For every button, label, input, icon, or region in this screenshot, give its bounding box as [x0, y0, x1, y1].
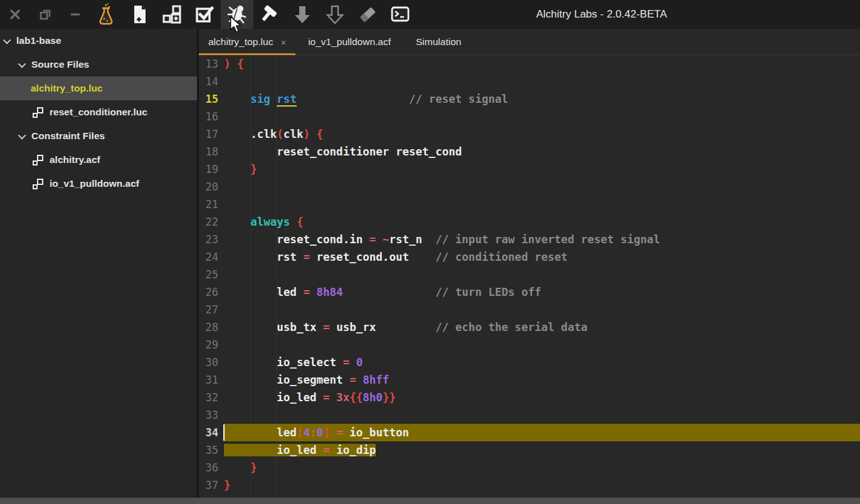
code-line-text[interactable]: usb_tx = usb_rx // echo the serial data [224, 318, 860, 336]
sidebar-item-source-files[interactable]: Source Files [0, 53, 197, 76]
text-caret [223, 424, 225, 441]
code-line[interactable]: 34 led[4:0] = io_button [199, 424, 860, 441]
code-line-text[interactable]: ) { [224, 55, 860, 73]
line-number: 31 [199, 371, 224, 389]
code-line-text[interactable]: led[4:0] = io_button [224, 424, 860, 441]
sidebar-item-label: Source Files [31, 59, 89, 70]
code-line-text[interactable]: io_led = 3x{{8h0}} [224, 389, 860, 406]
check-project-button[interactable] [188, 0, 221, 29]
code-line-text[interactable] [224, 301, 860, 318]
code-line-text[interactable] [224, 266, 860, 283]
line-number: 14 [199, 73, 224, 90]
code-line[interactable]: 13) { [199, 55, 860, 73]
component-file-icon [33, 179, 43, 189]
code-line[interactable]: 26 led = 8h84 // turn LEDs off [199, 283, 860, 301]
window-title: Alchitry Labs - 2.0.42-BETA [536, 0, 667, 29]
line-number: 17 [199, 125, 224, 143]
code-line-text[interactable]: rst = reset_cond.out // conditioned rese… [224, 248, 860, 266]
code-line-text[interactable]: io_select = 0 [224, 354, 860, 371]
mouse-cursor [230, 16, 242, 33]
chevron-down-icon[interactable] [18, 131, 26, 139]
line-number: 25 [199, 266, 224, 283]
new-file-button[interactable] [123, 0, 156, 29]
new-component-button[interactable] [156, 0, 188, 29]
code-line[interactable]: 16 [199, 108, 860, 125]
line-number: 32 [199, 389, 224, 406]
sidebar-item-alchitry-top-luc[interactable]: alchitry_top.luc [0, 76, 197, 100]
code-line[interactable]: 35 io_led = io_dip [199, 441, 860, 459]
erase-button[interactable] [351, 0, 384, 29]
code-line-text[interactable]: reset_conditioner reset_cond [224, 143, 860, 160]
line-number: 28 [199, 318, 224, 336]
line-number: 19 [199, 160, 224, 178]
code-line[interactable]: 31 io_segment = 8hff [199, 371, 860, 389]
program-ram-button[interactable] [319, 0, 351, 29]
code-line[interactable]: 23 reset_cond.in = ~rst_n // input raw i… [199, 231, 860, 248]
file-tree: lab1-baseSource Filesalchitry_top.lucres… [0, 29, 197, 498]
minimize-window-button[interactable] [60, 0, 90, 29]
code-line-text[interactable]: .clk(clk) { [224, 125, 860, 143]
code-editor[interactable]: 13) {1415 sig rst // reset signal1617 .c… [199, 55, 860, 498]
code-line-text[interactable] [224, 108, 860, 125]
program-flash-button[interactable] [286, 0, 319, 29]
eraser-icon [356, 3, 379, 26]
code-line-text[interactable] [224, 336, 860, 354]
code-line-text[interactable] [224, 178, 860, 196]
code-line-text[interactable]: } [224, 459, 860, 476]
code-line-text[interactable]: sig rst // reset signal [224, 90, 860, 108]
tab-io-v1-pulldown-acf[interactable]: io_v1_pulldown.acf [295, 29, 403, 55]
build-button[interactable] [253, 0, 286, 29]
code-line[interactable]: 25 [199, 266, 860, 283]
code-line[interactable]: 21 [199, 196, 860, 213]
code-line[interactable]: 20 [199, 178, 860, 196]
code-line[interactable]: 14 [199, 73, 860, 90]
line-number: 24 [199, 248, 224, 266]
code-line-text[interactable]: } [224, 160, 860, 178]
code-line[interactable]: 18 reset_conditioner reset_cond [199, 143, 860, 160]
component-file-icon [33, 107, 43, 118]
tab-simulation[interactable]: Simulation [403, 29, 474, 55]
code-line[interactable]: 24 rst = reset_cond.out // conditioned r… [199, 248, 860, 266]
code-line[interactable]: 28 usb_tx = usb_rx // echo the serial da… [199, 318, 860, 336]
tab-alchitry-top-luc[interactable]: alchitry_top.luc× [199, 29, 295, 55]
code-line[interactable]: 30 io_select = 0 [199, 354, 860, 371]
sidebar-item-io-v1-pulldown-acf[interactable]: io_v1_pulldown.acf [0, 172, 197, 196]
code-line-text[interactable]: led = 8h84 // turn LEDs off [224, 283, 860, 301]
code-line-text[interactable]: io_led = io_dip [224, 441, 860, 459]
close-window-button[interactable] [0, 0, 30, 29]
chevron-down-icon[interactable] [18, 60, 26, 68]
line-number: 18 [199, 143, 224, 160]
code-line[interactable]: 33 [199, 406, 860, 424]
title-bar: Alchitry Labs - 2.0.42-BETA [0, 0, 860, 29]
code-line[interactable]: 22 always { [199, 213, 860, 231]
code-line-text[interactable]: always { [224, 213, 860, 231]
chevron-down-icon[interactable] [3, 36, 11, 44]
code-line-text[interactable] [224, 196, 860, 213]
alchitry-home-button[interactable] [90, 0, 123, 29]
sidebar-item-label: io_v1_pulldown.acf [50, 178, 139, 189]
line-number: 20 [199, 178, 224, 196]
code-line[interactable]: 36 } [199, 459, 860, 476]
code-line[interactable]: 19 } [199, 160, 860, 178]
line-number: 16 [199, 108, 224, 125]
code-line-text[interactable]: io_segment = 8hff [224, 371, 860, 389]
restore-window-button[interactable] [30, 0, 60, 29]
code-line[interactable]: 32 io_led = 3x{{8h0}} [199, 389, 860, 406]
terminal-button[interactable] [384, 0, 417, 29]
code-line-text[interactable]: } [224, 476, 860, 494]
code-line[interactable]: 27 [199, 301, 860, 318]
code-line[interactable]: 15 sig rst // reset signal [199, 90, 860, 108]
code-line[interactable]: 29 [199, 336, 860, 354]
code-line-text[interactable] [224, 73, 860, 90]
editor-pane: alchitry_top.luc×io_v1_pulldown.acfSimul… [199, 29, 860, 498]
sidebar-item-lab1-base[interactable]: lab1-base [0, 29, 197, 53]
line-number: 23 [199, 231, 224, 248]
code-line-text[interactable] [224, 406, 860, 424]
code-line[interactable]: 37} [199, 476, 860, 494]
code-line-text[interactable]: reset_cond.in = ~rst_n // input raw inve… [224, 231, 860, 248]
code-line[interactable]: 17 .clk(clk) { [199, 125, 860, 143]
sidebar-item-alchitry-acf[interactable]: alchitry.acf [0, 148, 197, 172]
sidebar-item-constraint-files[interactable]: Constraint Files [0, 124, 197, 148]
sidebar-item-reset-conditioner-luc[interactable]: reset_conditioner.luc [0, 100, 197, 124]
tab-close-icon[interactable]: × [280, 37, 286, 48]
